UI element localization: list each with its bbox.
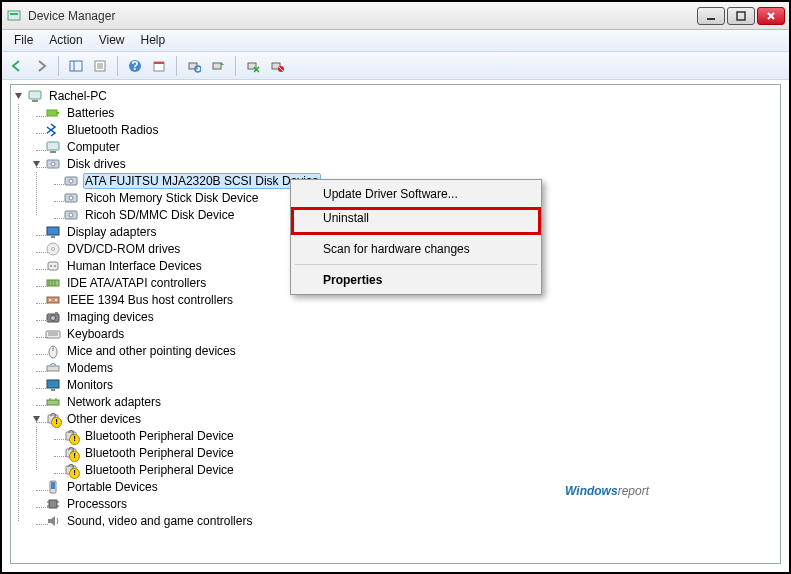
tree-item[interactable]: Monitors	[31, 376, 780, 393]
tree-item[interactable]: Sound, video and game controllers	[31, 512, 780, 529]
device-tree-panel: Rachel-PCBatteriesBluetooth RadiosComput…	[10, 84, 781, 564]
svg-rect-23	[29, 91, 41, 99]
app-icon	[6, 8, 22, 24]
tree-item-label: Imaging devices	[65, 309, 156, 325]
collapse-icon[interactable]	[31, 158, 42, 169]
tree-root[interactable]: Rachel-PC	[13, 87, 780, 104]
uninstall-button[interactable]	[242, 55, 264, 77]
menu-action[interactable]: Action	[41, 30, 90, 51]
tree-item[interactable]: Disk drives	[31, 155, 780, 172]
svg-text:?: ?	[68, 462, 75, 476]
collapse-icon[interactable]	[13, 90, 24, 101]
expand-icon	[31, 141, 42, 152]
scan-hardware-button[interactable]	[183, 55, 205, 77]
toolbar: ?	[2, 52, 789, 80]
tree-item[interactable]: Batteries	[31, 104, 780, 121]
menu-help[interactable]: Help	[133, 30, 174, 51]
minimize-button[interactable]	[697, 7, 725, 25]
tree-item[interactable]: Bluetooth Radios	[31, 121, 780, 138]
expand-icon	[31, 379, 42, 390]
svg-point-43	[54, 265, 56, 267]
expand-icon	[49, 175, 60, 186]
expand-icon	[31, 311, 42, 322]
context-menu-item[interactable]: Properties	[293, 268, 539, 292]
expand-icon	[31, 124, 42, 135]
tree-item[interactable]: ?Bluetooth Peripheral Device	[49, 461, 780, 478]
svg-rect-25	[47, 110, 57, 116]
expand-icon	[49, 447, 60, 458]
menu-file[interactable]: File	[6, 30, 41, 51]
properties-button[interactable]	[89, 55, 111, 77]
sound-icon	[45, 513, 61, 529]
tree-item[interactable]: ?Bluetooth Peripheral Device	[49, 427, 780, 444]
disk-icon	[63, 173, 79, 189]
back-button[interactable]	[6, 55, 28, 77]
tree-item[interactable]: Imaging devices	[31, 308, 780, 325]
tree-item[interactable]: Processors	[31, 495, 780, 512]
monitor-icon	[45, 377, 61, 393]
tree-item-label: Other devices	[65, 411, 143, 427]
ieee-icon	[45, 292, 61, 308]
svg-rect-15	[154, 62, 164, 64]
svg-rect-60	[47, 380, 59, 388]
expand-icon	[31, 226, 42, 237]
other-icon: ?	[63, 445, 79, 461]
tree-item-label: Batteries	[65, 105, 116, 121]
window-title: Device Manager	[28, 9, 697, 23]
expand-icon	[31, 328, 42, 339]
forward-button[interactable]	[30, 55, 52, 77]
bluetooth-icon	[45, 122, 61, 138]
tree-item[interactable]: Keyboards	[31, 325, 780, 342]
expand-icon	[49, 464, 60, 475]
tree-item-label: Network adapters	[65, 394, 163, 410]
svg-rect-61	[51, 389, 55, 391]
svg-point-49	[49, 299, 51, 301]
context-menu-item[interactable]: Uninstall	[293, 206, 539, 230]
dates-button[interactable]	[148, 55, 170, 77]
tree-item-label: ATA FUJITSU MJA2320B SCSI Disk Device	[83, 173, 321, 189]
tree-item[interactable]: Mice and other pointing devices	[31, 342, 780, 359]
tree-item[interactable]: ?Other devices	[31, 410, 780, 427]
expand-icon	[31, 294, 42, 305]
context-menu-item[interactable]: Update Driver Software...	[293, 182, 539, 206]
show-hide-tree-button[interactable]	[65, 55, 87, 77]
tree-item-label: Ricoh SD/MMC Disk Device	[83, 207, 236, 223]
expand-icon	[31, 362, 42, 373]
menu-view[interactable]: View	[91, 30, 133, 51]
ide-icon	[45, 275, 61, 291]
tree-item[interactable]: Modems	[31, 359, 780, 376]
maximize-button[interactable]	[727, 7, 755, 25]
help-button[interactable]: ?	[124, 55, 146, 77]
tree-item[interactable]: Portable Devices	[31, 478, 780, 495]
collapse-icon[interactable]	[31, 413, 42, 424]
svg-text:?: ?	[131, 59, 138, 73]
svg-point-34	[69, 196, 73, 200]
tree-item-label: Bluetooth Peripheral Device	[83, 428, 236, 444]
svg-point-52	[51, 315, 56, 320]
tree-item[interactable]: Computer	[31, 138, 780, 155]
other-icon: ?	[63, 428, 79, 444]
svg-rect-28	[50, 151, 56, 153]
tree-item-label: Portable Devices	[65, 479, 160, 495]
context-menu-item[interactable]: Scan for hardware changes	[293, 237, 539, 261]
tree-item-label: Keyboards	[65, 326, 126, 342]
cpu-icon	[45, 496, 61, 512]
device-tree[interactable]: Rachel-PCBatteriesBluetooth RadiosComput…	[11, 85, 780, 563]
svg-rect-27	[47, 142, 59, 150]
mouse-icon	[45, 343, 61, 359]
titlebar: Device Manager	[2, 2, 789, 30]
disable-button[interactable]	[266, 55, 288, 77]
tree-item[interactable]: Network adapters	[31, 393, 780, 410]
svg-rect-48	[47, 297, 59, 303]
tree-item-label: Sound, video and game controllers	[65, 513, 254, 529]
svg-rect-0	[8, 11, 20, 20]
svg-rect-41	[48, 262, 58, 270]
tree-item[interactable]: ?Bluetooth Peripheral Device	[49, 444, 780, 461]
dvd-icon	[45, 241, 61, 257]
update-driver-button[interactable]	[207, 55, 229, 77]
modem-icon	[45, 360, 61, 376]
svg-point-30	[51, 162, 55, 166]
tree-item-label: Human Interface Devices	[65, 258, 204, 274]
close-button[interactable]	[757, 7, 785, 25]
tree-item-label: Display adapters	[65, 224, 158, 240]
